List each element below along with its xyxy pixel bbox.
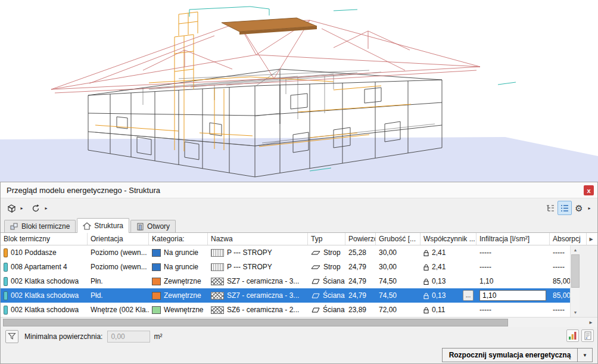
refresh-dropdown[interactable]: ▸ [43, 201, 49, 216]
cell-wspolczynnik: 2,41 [421, 260, 476, 274]
column-header-wspolczynnik[interactable]: Współczynnik ... [421, 233, 476, 245]
close-button[interactable]: x [584, 185, 594, 195]
cell-infiltracja: ----- [476, 260, 550, 274]
interior-detail-lines [95, 69, 435, 146]
panel-title: Przegląd modelu energetycznego - Struktu… [7, 186, 160, 195]
tab-otwory[interactable]: Otwory [130, 220, 176, 232]
cell-orientacja: Wnętrze (002 Kla... [88, 303, 149, 317]
view-options-group: ⚙ ▸ [543, 201, 593, 215]
run-simulation-dropdown[interactable]: ▼ [578, 348, 593, 362]
table-row-selected[interactable]: 002 Klatka schodowa Płd. Zewnętrzne SZ7 … [1, 288, 570, 303]
cell-wspolczynnik: 0,13 [421, 274, 476, 288]
cell-blok: 008 Apartament 4 [1, 260, 88, 274]
cell-kategoria: Zewnętrzne [149, 274, 208, 288]
cell-wspolczynnik: 0,11 [421, 303, 476, 317]
cell-absorpcja: 85,00 [550, 288, 570, 303]
column-header-powierzchnia[interactable]: Powierzc... [345, 233, 376, 245]
column-header-typ[interactable]: Typ [308, 233, 345, 245]
column-header-grubosc[interactable]: Grubość [... [376, 233, 421, 245]
scroll-up-icon[interactable]: ▲ [571, 245, 580, 254]
cell-blok: 010 Poddasze [1, 245, 88, 260]
cell-blok: 002 Klatka schodowa [1, 303, 88, 317]
column-header-nazwa[interactable]: Nazwa [208, 233, 308, 245]
cell-orientacja: Płn. [88, 274, 149, 288]
list-view-button[interactable] [557, 201, 572, 215]
table-row[interactable]: 002 Klatka schodowa Płn. Zewnętrzne SZ7 … [1, 274, 570, 288]
wall-icon [311, 293, 320, 299]
structure-house-icon [83, 222, 91, 230]
scroll-right-icon[interactable]: ► [586, 318, 596, 328]
unit-label: m² [154, 332, 162, 341]
column-header-absorpcja[interactable]: Absorpcj [550, 233, 587, 245]
3d-model-view[interactable] [0, 0, 598, 182]
cell-powierzchnia: 24,79 [345, 274, 376, 288]
vertical-scrollbar[interactable]: ▲ ▼ [570, 245, 580, 317]
building-wireframe-svg [0, 0, 598, 182]
footer-icons-group [566, 329, 594, 342]
category-color-icon [152, 249, 161, 257]
cell-infiltracja: ----- [476, 303, 550, 317]
table-row[interactable]: 002 Klatka schodowa Wnętrze (002 Kla... … [1, 303, 570, 317]
columns-scroll-right-button[interactable]: ▶ [587, 234, 596, 244]
tab-struktura[interactable]: Struktura [77, 218, 129, 233]
min-area-input[interactable] [107, 331, 150, 343]
fill-pattern-icon [211, 292, 224, 300]
run-simulation-button[interactable]: Rozpocznij symulacja energetyczną [442, 348, 578, 362]
cell-orientacja: Płd. [88, 288, 149, 303]
report-button[interactable] [581, 329, 594, 342]
panel-tabs: Bloki termiczne Struktura Otwory [1, 218, 597, 233]
fill-pattern-icon [211, 278, 224, 285]
cell-absorpcja: ----- [550, 260, 570, 274]
settings-button[interactable]: ⚙ [572, 201, 586, 215]
table-row[interactable]: 010 Poddasze Poziomo (wewn... Na gruncie… [1, 245, 570, 260]
cell-absorpcja: 85,00 [550, 274, 570, 288]
cell-absorpcja: ----- [550, 303, 570, 317]
panel-titlebar[interactable]: Przegląd modelu energetycznego - Struktu… [1, 182, 597, 198]
lock-icon [423, 250, 429, 256]
cell-infiltracja: ----- [476, 245, 550, 260]
scroll-down-icon[interactable]: ▼ [571, 308, 580, 317]
cell-nazwa: P --- STROPY [208, 260, 308, 274]
horizontal-scrollbar[interactable]: ► [1, 317, 597, 327]
thermal-block-icon [4, 306, 8, 315]
category-color-icon [152, 278, 161, 285]
fill-pattern-icon [211, 249, 224, 257]
fill-pattern-icon [211, 263, 224, 271]
cell-absorpcja: ----- [550, 245, 570, 260]
column-header-blok-termiczny[interactable]: Blok termiczny [1, 233, 88, 245]
lock-icon [423, 278, 429, 285]
cell-grubosc: 30,00 [376, 260, 421, 274]
settings-dropdown[interactable]: ▸ [586, 201, 593, 215]
ground-plane [0, 137, 598, 182]
column-header-kategoria[interactable]: Kategoria: [149, 233, 208, 245]
cell-kategoria: Wewnętrzne [149, 303, 208, 317]
cell-infiltracja [476, 288, 550, 303]
refresh-button[interactable] [29, 201, 43, 216]
vertical-scroll-thumb[interactable] [571, 254, 580, 288]
energy-evaluation-button[interactable] [566, 329, 579, 342]
column-header-orientacja[interactable]: Orientacja [88, 233, 149, 245]
category-color-icon [152, 263, 161, 271]
infiltration-input[interactable] [479, 290, 546, 301]
cell-kategoria: Zewnętrzne [149, 288, 208, 303]
action-bar: Rozpocznij symulacja energetyczną ▼ [1, 346, 597, 364]
panel-toolbar: ▸ ▸ ⚙ [1, 198, 597, 218]
column-header-infiltracja[interactable]: Infiltracja [l/sm²] [476, 233, 550, 245]
tree-view-icon [546, 204, 555, 213]
lock-icon [423, 264, 429, 270]
horizontal-scroll-thumb[interactable] [3, 319, 508, 326]
table-row[interactable]: 008 Apartament 4 Poziomo (wewn... Na gru… [1, 260, 570, 274]
model-update-dropdown[interactable]: ▸ [18, 201, 25, 216]
category-color-icon [152, 292, 161, 300]
lock-icon [423, 307, 429, 313]
openings-icon [136, 223, 144, 231]
cell-grubosc: 74,50 [376, 288, 421, 303]
filter-button[interactable] [5, 330, 18, 343]
model-update-button[interactable] [4, 201, 18, 216]
tab-bloki-termiczne[interactable]: Bloki termiczne [4, 220, 76, 232]
cell-blok: 002 Klatka schodowa [1, 288, 88, 303]
tree-view-button[interactable] [543, 201, 557, 215]
more-options-button[interactable]: ... [463, 290, 474, 301]
cell-nazwa: P --- STROPY [208, 245, 308, 260]
cube-icon [7, 204, 17, 213]
